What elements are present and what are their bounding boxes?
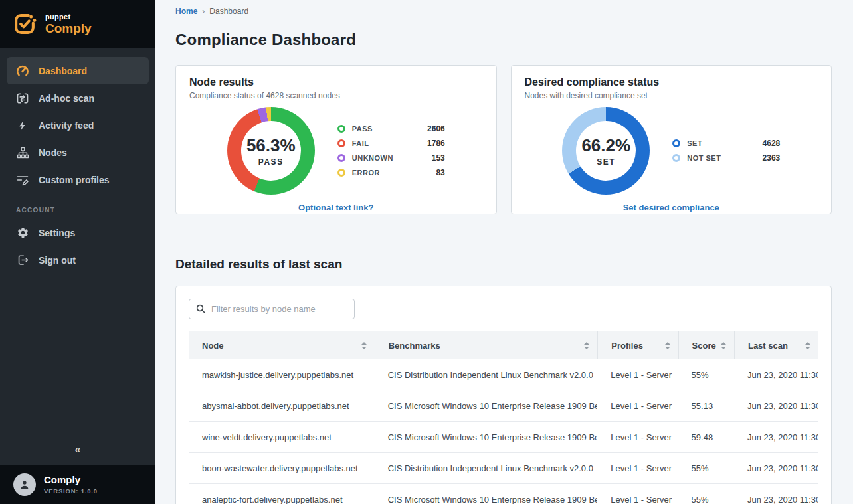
legend-value: 4628	[748, 139, 780, 148]
profiles-icon	[16, 173, 29, 187]
section-divider	[175, 240, 832, 240]
breadcrumb-separator-icon: ›	[202, 7, 205, 16]
not-set-marker-icon	[672, 154, 680, 162]
table-header: Node Benchmarks Profiles Score Last scan	[189, 331, 818, 359]
filter-input[interactable]	[189, 299, 355, 319]
sidebar-item-settings[interactable]: Settings	[7, 219, 149, 246]
sort-icon[interactable]	[721, 342, 726, 349]
detailed-results-title: Detailed results of last scan	[175, 257, 832, 272]
score-cell: 59.48	[678, 432, 734, 442]
benchmark-cell: CIS Microsoft Windows 10 Enterprise Rele…	[375, 401, 598, 411]
brand-name: puppet	[45, 13, 92, 21]
node-cell: mawkish-justice.delivery.puppetlabs.net	[189, 370, 375, 380]
sidebar-collapse-button[interactable]: «	[0, 434, 155, 465]
sidebar-item-label: Dashboard	[39, 66, 87, 76]
donut-value: 66.2%	[581, 135, 630, 156]
sidebar-item-nodes[interactable]: Nodes	[7, 139, 149, 166]
account-section-label: ACCOUNT	[16, 207, 155, 214]
table-row[interactable]: abysmal-abbot.delivery.puppetlabs.net CI…	[189, 390, 818, 422]
unknown-marker-icon	[337, 154, 345, 162]
profile-cell: Level 1 - Server	[597, 432, 678, 442]
table-row[interactable]: mawkish-justice.delivery.puppetlabs.net …	[189, 359, 818, 390]
legend-label: UNKNOWN	[352, 154, 413, 162]
column-header-score[interactable]: Score	[678, 331, 734, 359]
sidebar-footer: Comply VERSION: 1.0.0	[0, 465, 155, 504]
table-row[interactable]: boon-wastewater.delivery.puppetlabs.net …	[189, 453, 818, 484]
legend-row-error: ERROR 83	[337, 168, 445, 177]
score-cell: 55.13	[678, 401, 734, 411]
sidebar-item-dashboard[interactable]: Dashboard	[7, 57, 149, 84]
pass-marker-icon	[337, 125, 345, 133]
sidebar-item-sign-out[interactable]: Sign out	[7, 246, 149, 274]
set-desired-compliance-link[interactable]: Set desired compliance	[623, 203, 719, 212]
column-header-last-scan[interactable]: Last scan	[734, 331, 818, 359]
column-label: Last scan	[748, 341, 788, 351]
sidebar-item-label: Activity feed	[39, 120, 94, 131]
donut-label: PASS	[258, 157, 284, 167]
last-scan-cell: Jun 23, 2020 11:30	[734, 401, 818, 411]
desired-compliance-chart: 66.2% SET SET 4628 NOT SET 2363	[525, 107, 818, 195]
node-results-donut[interactable]: 56.3% PASS	[227, 107, 315, 195]
score-cell: 55%	[678, 370, 734, 380]
sidebar-spacer	[0, 274, 155, 434]
card-subtitle: Compliance status of 4628 scanned nodes	[189, 91, 483, 100]
sidebar-nav: Dashboard Ad-hoc scan Activity feed	[0, 57, 155, 274]
set-marker-icon	[672, 139, 680, 147]
fail-marker-icon	[337, 139, 345, 147]
profile-cell: Level 1 - Server	[597, 370, 678, 380]
sort-icon[interactable]	[584, 342, 589, 349]
sidebar-item-adhoc-scan[interactable]: Ad-hoc scan	[7, 84, 149, 112]
sort-icon[interactable]	[805, 342, 810, 349]
table-row[interactable]: analeptic-fort.delivery.puppetlabs.net C…	[189, 484, 818, 504]
legend-row-unknown: UNKNOWN 153	[337, 153, 445, 163]
footer-version: VERSION: 1.0.0	[44, 487, 98, 495]
legend-row-fail: FAIL 1786	[337, 139, 445, 148]
column-label: Node	[202, 341, 224, 351]
last-scan-cell: Jun 23, 2020 11:30	[734, 463, 818, 473]
column-header-profiles[interactable]: Profiles	[597, 331, 678, 359]
sign-out-icon	[16, 254, 29, 267]
desired-compliance-donut[interactable]: 66.2% SET	[562, 107, 650, 195]
legend-label: FAIL	[352, 139, 413, 147]
filter-wrap	[189, 299, 355, 319]
column-label: Score	[692, 341, 716, 351]
column-label: Profiles	[611, 341, 643, 351]
last-scan-cell: Jun 23, 2020 11:30	[734, 495, 818, 504]
bolt-icon	[16, 119, 29, 132]
summary-cards: Node results Compliance status of 4628 s…	[175, 65, 832, 214]
nodes-icon	[16, 146, 29, 159]
sidebar-item-custom-profiles[interactable]: Custom profiles	[7, 166, 149, 193]
card-title: Desired compliance status	[525, 76, 818, 88]
profile-cell: Level 1 - Server	[597, 463, 678, 473]
optional-text-link[interactable]: Optional text link?	[298, 203, 373, 212]
benchmark-cell: CIS Distribution Independent Linux Bench…	[375, 370, 598, 380]
sidebar-item-label: Ad-hoc scan	[39, 93, 94, 104]
table-row[interactable]: wine-veldt.delivery.puppetlabs.net CIS M…	[189, 422, 818, 453]
sidebar-item-label: Sign out	[39, 255, 76, 266]
card-subtitle: Nodes with desired compliance set	[525, 91, 818, 100]
app-logo-text: puppet Comply	[45, 13, 92, 36]
legend-value: 153	[413, 153, 445, 163]
gear-icon	[16, 226, 29, 240]
column-header-node[interactable]: Node	[189, 331, 375, 359]
score-cell: 55%	[678, 495, 734, 504]
sidebar-item-label: Settings	[39, 228, 75, 238]
legend-value: 2606	[413, 124, 445, 133]
breadcrumb-home-link[interactable]: Home	[175, 7, 197, 16]
gauge-icon	[16, 64, 29, 78]
column-header-benchmarks[interactable]: Benchmarks	[375, 331, 598, 359]
legend-value: 83	[413, 168, 445, 177]
legend-row-set: SET 4628	[672, 139, 780, 148]
puppet-comply-logo-icon	[12, 11, 37, 37]
node-results-legend: PASS 2606 FAIL 1786 UNKNOWN 153	[337, 124, 445, 177]
app-logo[interactable]: puppet Comply	[0, 0, 155, 48]
footer-text: Comply VERSION: 1.0.0	[44, 474, 98, 495]
card-title: Node results	[189, 76, 483, 88]
sort-icon[interactable]	[361, 342, 367, 349]
node-results-chart: 56.3% PASS PASS 2606 FAIL 1786	[189, 107, 483, 195]
product-name: Comply	[45, 21, 92, 36]
breadcrumb: Home › Dashboard	[175, 7, 832, 16]
last-scan-cell: Jun 23, 2020 11:30	[734, 432, 818, 442]
sort-icon[interactable]	[665, 342, 670, 349]
sidebar-item-activity-feed[interactable]: Activity feed	[7, 112, 149, 139]
